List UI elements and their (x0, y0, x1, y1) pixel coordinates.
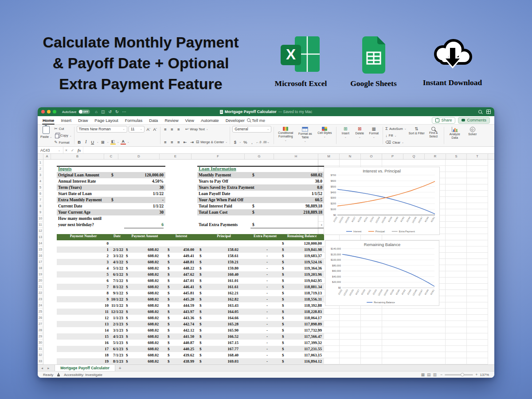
row-header-4[interactable]: 4 (38, 178, 43, 184)
sort-filter-button[interactable]: ⇅ Sort & Filter (409, 126, 425, 145)
amortization-interest[interactable]: 449.41 (159, 253, 194, 259)
row-header-12[interactable]: 12 (38, 228, 43, 234)
column-header-E[interactable]: E (160, 154, 192, 159)
amortization-extra-payment[interactable]: - (241, 346, 268, 352)
column-header-T[interactable]: T (467, 154, 488, 159)
amortization-date[interactable]: 5/1/22 (96, 265, 123, 271)
amortization-interest[interactable]: 447.01 (159, 278, 194, 284)
amortization-extra-payment[interactable]: - (241, 321, 268, 327)
amortization-interest[interactable]: 450.00 (159, 246, 194, 253)
amortization-payment-amount[interactable]: 608.02 (123, 296, 159, 302)
amortization-interest[interactable]: 440.87 (159, 340, 194, 346)
amortization-principal[interactable]: 161.01 (203, 278, 239, 284)
decrease-indent-button[interactable]: ⇤ (183, 139, 188, 145)
row-header-19[interactable]: 19 (38, 271, 43, 278)
inputs-value[interactable]: 120,000.00 (110, 172, 164, 178)
zoom-slider[interactable] (445, 374, 473, 376)
amortization-header[interactable]: Principal (197, 234, 250, 240)
loan-info-value[interactable]: 60.5 (269, 197, 322, 203)
amortization-balance[interactable]: 118,064.17 (286, 315, 322, 321)
amortization-payment-amount[interactable]: 608.02 (123, 340, 159, 346)
amortization-payment-amount[interactable]: 608.02 (123, 278, 159, 284)
column-header-F[interactable]: F (192, 154, 245, 159)
inputs-value[interactable]: 4.50% (110, 178, 164, 184)
amortization-principal[interactable]: 164.05 (203, 309, 239, 315)
insert-cells-button[interactable]: ⊞ Insert⌄ (339, 126, 352, 145)
ribbon-tab-home[interactable]: Home (42, 117, 55, 124)
borders-button[interactable]: ⊞ (100, 139, 106, 145)
amortization-payment-amount[interactable]: 608.02 (123, 302, 159, 309)
autosave-toggle[interactable]: OFF (78, 110, 90, 114)
amortization-interest[interactable]: 444.59 (159, 302, 194, 309)
column-header-P[interactable]: P (382, 154, 403, 159)
merge-center-button[interactable]: ⊟Merge & Center⌄ (196, 139, 228, 145)
amortization-balance[interactable]: 119,524.16 (286, 259, 322, 265)
align-middle-button[interactable]: ≡ (169, 126, 175, 132)
ribbon-tab-insert[interactable]: Insert (60, 117, 72, 124)
ribbon-tab-review[interactable]: Review (164, 117, 179, 124)
amortization-payment-amount[interactable]: 608.02 (123, 271, 159, 278)
loan-info-dollar[interactable]: $ (252, 203, 261, 209)
column-header-R[interactable]: R (425, 154, 446, 159)
amortization-payment-number[interactable]: 0 (70, 240, 109, 246)
more-commands-icon[interactable]: ⋯ (122, 110, 126, 114)
row-header-6[interactable]: 6 (38, 191, 43, 197)
amortization-interest[interactable]: 443.36 (159, 315, 194, 321)
amortization-date[interactable]: 8/1/23 (96, 358, 123, 364)
copy-button[interactable]: Copy⌄ (54, 133, 72, 138)
amortization-payment-amount[interactable]: 608.02 (123, 284, 159, 290)
ribbon-tab-automate[interactable]: Automate (200, 117, 219, 124)
wrap-text-button[interactable]: ↩Wrap Text⌄ (185, 126, 208, 132)
fill-button[interactable]: ↓Fill⌄ (385, 133, 406, 138)
row-header-17[interactable]: 17 (38, 259, 43, 265)
inputs-question-line1[interactable]: How many months until (58, 215, 167, 222)
amortization-extra-payment[interactable]: - (241, 340, 268, 346)
amortization-extra-payment[interactable]: - (241, 246, 268, 253)
row-header-21[interactable]: 21 (38, 284, 43, 290)
row-header-8[interactable]: 8 (38, 203, 43, 209)
zoom-in-button[interactable]: + (475, 372, 477, 377)
amortization-balance[interactable]: 117,566.47 (286, 333, 322, 340)
solver-button[interactable]: Solver (466, 126, 480, 145)
column-header-A[interactable]: A (43, 154, 51, 159)
amortization-principal[interactable]: 161.61 (203, 284, 239, 290)
amortization-date[interactable]: 2/1/23 (96, 321, 123, 327)
comma-style-button[interactable]: , (249, 139, 254, 145)
inputs-question-value[interactable]: 6 (124, 222, 164, 228)
amortization-interest[interactable]: 448.22 (159, 265, 194, 271)
ribbon-tab-view[interactable]: View (185, 117, 195, 124)
find-select-button[interactable]: Find & Select (426, 126, 442, 145)
search-icon[interactable] (478, 110, 482, 113)
amortization-date[interactable]: 6/1/23 (96, 346, 123, 352)
row-header-13[interactable]: 13 (38, 234, 43, 240)
amortization-header[interactable]: Extra Payment (250, 234, 280, 240)
amortization-extra-payment[interactable]: - (241, 358, 268, 364)
amortization-date[interactable]: 6/1/22 (96, 271, 123, 278)
interest-vs-principal-chart[interactable]: Interest vs. Principal$0$100$200$300$400… (324, 167, 440, 235)
amortization-principal[interactable]: 162.21 (203, 290, 239, 296)
amortization-date[interactable]: 10/1/22 (96, 296, 123, 302)
amortization-extra-payment[interactable]: - (241, 296, 268, 302)
fill-color-button[interactable]: ◧ (110, 139, 116, 145)
amortization-extra-payment[interactable]: - (241, 271, 268, 278)
analyze-data-button[interactable]: Analyze Data (446, 126, 463, 145)
amortization-extra-payment[interactable]: - (241, 333, 268, 340)
underline-button[interactable]: U (90, 139, 95, 145)
clear-button[interactable]: ⌫Clear⌄ (385, 140, 406, 145)
percent-style-button[interactable]: % (243, 139, 248, 145)
zoom-level[interactable]: 137% (480, 373, 489, 377)
amortization-extra-payment[interactable]: - (241, 352, 268, 358)
normal-view-icon[interactable]: ▦ (421, 372, 425, 377)
comments-button[interactable]: Comments (458, 117, 490, 124)
align-left-button[interactable]: ≡ (163, 139, 168, 145)
amortization-header[interactable]: Remaining Balance (280, 234, 324, 240)
column-header-B[interactable]: B (51, 154, 104, 159)
amortization-principal[interactable]: 158.02 (203, 246, 239, 253)
amortization-payment-amount[interactable]: 608.02 (123, 352, 159, 358)
home-icon[interactable]: ⌂ (95, 110, 98, 114)
amortization-extra-payment[interactable]: - (241, 253, 268, 259)
increase-font-size-button[interactable]: Aˆ (146, 126, 151, 132)
amortization-extra-payment[interactable]: - (241, 315, 268, 321)
amortization-extra-payment[interactable]: - (241, 265, 268, 271)
amortization-principal[interactable]: 159.21 (203, 259, 239, 265)
